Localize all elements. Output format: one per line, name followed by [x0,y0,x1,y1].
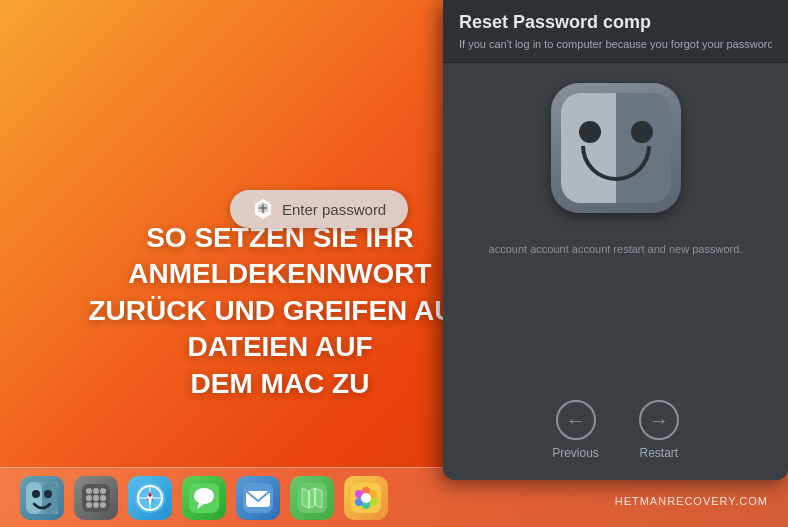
svg-point-15 [100,502,106,508]
maps-dock-icon [297,483,327,513]
dialog-buttons: ← Previous → Restart [443,384,788,480]
enter-password-label: Enter password [282,201,386,218]
previous-label: Previous [552,446,599,460]
svg-point-12 [100,495,106,501]
dock-safari[interactable] [128,476,172,520]
reset-password-dialog: Reset Password comp If you can't log in … [443,0,788,480]
finder-dock-icon [26,482,58,514]
svg-point-13 [86,502,92,508]
website-url: HETMANRECOVERY.COM [615,495,768,507]
svg-point-11 [93,495,99,501]
finder-icon [551,83,681,213]
dock-finder[interactable] [20,476,64,520]
dialog-body: account account account restart and new … [443,63,788,258]
dialog-titlebar: Reset Password comp If you can't log in … [443,0,788,63]
finder-eye-right [631,121,653,143]
mail-dock-icon [243,483,273,513]
svg-point-5 [44,490,52,498]
restart-circle-icon: → [639,400,679,440]
hetman-logo-icon [252,198,274,220]
finder-face [551,83,681,213]
svg-point-7 [86,488,92,494]
launchpad-dock-icon [82,484,110,512]
previous-button[interactable]: ← Previous [552,400,599,460]
svg-marker-29 [302,488,322,508]
dock-maps[interactable] [290,476,334,520]
svg-point-4 [32,490,40,498]
svg-rect-1 [26,482,42,514]
restart-label: Restart [640,446,679,460]
dialog-subtitle: If you can't log in to computer because … [459,37,772,52]
dock-launchpad[interactable] [74,476,118,520]
svg-point-24 [194,488,214,504]
svg-point-39 [361,493,371,503]
svg-rect-3 [42,482,58,514]
messages-dock-icon [189,483,219,513]
dock-photos[interactable] [344,476,388,520]
dock-messages[interactable] [182,476,226,520]
dock-mail[interactable] [236,476,280,520]
previous-circle-icon: ← [556,400,596,440]
svg-point-10 [86,495,92,501]
photos-dock-icon [351,483,381,513]
safari-dock-icon [135,483,165,513]
restart-button[interactable]: → Restart [639,400,679,460]
dialog-title: Reset Password comp [459,12,772,33]
finder-eye-left [579,121,601,143]
dialog-info-text: account account account restart and new … [479,241,753,258]
svg-point-14 [93,502,99,508]
svg-point-9 [100,488,106,494]
enter-password-button[interactable]: Enter password [230,190,408,228]
finder-face-inner [561,93,671,203]
svg-point-8 [93,488,99,494]
